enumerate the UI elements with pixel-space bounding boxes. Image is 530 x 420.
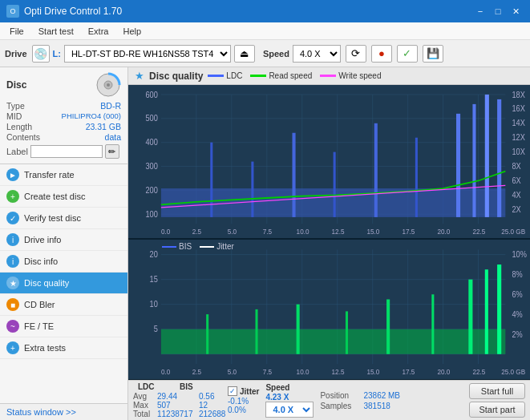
svg-text:0.0: 0.0 — [161, 228, 170, 236]
svg-rect-51 — [415, 138, 418, 217]
sidebar-item-verify-test-disc[interactable]: ✓ Verify test disc — [0, 208, 127, 229]
label-input[interactable] — [30, 145, 103, 158]
transfer-rate-label: Transfer rate — [24, 170, 75, 180]
sidebar-item-create-test-disc[interactable]: + Create test disc — [0, 186, 127, 208]
verify-test-label: Verify test disc — [24, 213, 81, 223]
sidebar-item-cd-bler[interactable]: ■ CD Bler — [0, 294, 127, 316]
svg-text:4%: 4% — [512, 309, 523, 319]
label-edit-button[interactable]: ✏ — [105, 144, 119, 159]
fe-te-icon: ~ — [6, 320, 19, 333]
extra-tests-label: Extra tests — [24, 343, 66, 353]
status-window-button[interactable]: Status window >> — [0, 403, 127, 420]
max-row: Max 507 12 — [133, 401, 225, 410]
svg-rect-49 — [334, 152, 336, 217]
position-label: Position — [320, 391, 360, 400]
sidebar-item-transfer-rate[interactable]: ► Transfer rate — [0, 164, 127, 186]
maximize-button[interactable]: □ — [490, 3, 506, 19]
svg-text:7.5: 7.5 — [263, 367, 272, 376]
speed-dropdown[interactable]: 4.0 X — [265, 402, 314, 418]
bis-chart: BIS Jitter — [128, 239, 530, 380]
titlebar-left: O Opti Drive Control 1.70 — [6, 5, 122, 18]
svg-text:12.5: 12.5 — [332, 228, 345, 236]
svg-rect-98 — [468, 280, 472, 354]
drive-info-icon: i — [6, 233, 19, 246]
length-value: 23.31 GB — [86, 122, 121, 131]
svg-text:22.5: 22.5 — [472, 367, 485, 376]
panel-title: Disc quality — [149, 71, 203, 82]
jitter-checkbox[interactable]: ✓ — [228, 386, 237, 396]
avg-jitter: -0.1% — [228, 397, 258, 406]
disc-info-label: Disc info — [24, 256, 58, 266]
svg-text:25.0 GB: 25.0 GB — [501, 367, 525, 376]
create-test-label: Create test disc — [24, 192, 85, 201]
menu-start-test[interactable]: Start test — [32, 22, 80, 39]
legend-read-speed: Read speed — [250, 71, 312, 80]
legend-ldc-color — [208, 75, 224, 77]
sidebar-item-disc-info[interactable]: i Disc info — [0, 251, 127, 273]
verify-button[interactable]: ✓ — [397, 45, 418, 63]
svg-text:10X: 10X — [512, 147, 526, 157]
disc-info-icon: i — [6, 255, 19, 268]
svg-text:20: 20 — [150, 250, 159, 260]
svg-text:400: 400 — [145, 138, 158, 147]
svg-text:0.0: 0.0 — [161, 367, 170, 376]
svg-text:2X: 2X — [512, 204, 522, 214]
bis-header: BIS — [175, 382, 207, 391]
stats-headers: LDC BIS — [133, 382, 225, 391]
menu-help[interactable]: Help — [116, 22, 148, 39]
avg-row: Avg 29.44 0.56 — [133, 392, 225, 401]
eject-button[interactable]: ⏏ — [234, 45, 255, 63]
svg-text:5.0: 5.0 — [228, 367, 237, 376]
menu-extra[interactable]: Extra — [82, 22, 115, 39]
create-test-icon: + — [6, 190, 19, 203]
svg-text:4X: 4X — [512, 190, 522, 200]
svg-text:6%: 6% — [512, 289, 523, 299]
stats-speed: Speed 4.23 X 4.0 X — [265, 383, 314, 418]
save-button[interactable]: 💾 — [423, 45, 443, 63]
svg-text:8X: 8X — [512, 161, 522, 171]
bis-legend: BIS — [162, 242, 192, 251]
panel-icon: ★ — [135, 70, 144, 82]
svg-text:10.0: 10.0 — [297, 228, 310, 236]
svg-text:100: 100 — [145, 209, 158, 219]
jitter-check-row: ✓ Jitter — [228, 386, 259, 396]
sidebar-item-fe-te[interactable]: ~ FE / TE — [0, 316, 127, 337]
refresh-button[interactable]: ⟳ — [346, 45, 366, 63]
total-label: Total — [133, 410, 156, 418]
drive-select[interactable]: HL-DT-ST BD-RE WH16NS58 TST4 — [64, 45, 231, 63]
drive-info-label: Drive info — [24, 235, 61, 244]
svg-rect-97 — [431, 294, 434, 353]
sidebar-item-disc-quality[interactable]: ★ Disc quality — [0, 273, 127, 294]
avg-jitter-row: -0.1% — [228, 397, 259, 406]
max-label: Max — [133, 401, 156, 410]
svg-text:12X: 12X — [512, 133, 526, 143]
panel-header: ★ Disc quality LDC Read speed Write spee… — [128, 67, 530, 85]
stats-ldc-bis: LDC BIS Avg 29.44 0.56 Max 507 12 Total … — [133, 382, 225, 418]
svg-text:5.0: 5.0 — [228, 228, 237, 236]
disc-quality-icon: ★ — [6, 277, 19, 289]
svg-rect-99 — [485, 269, 488, 354]
menu-file[interactable]: File — [3, 22, 30, 39]
sidebar-item-extra-tests[interactable]: + Extra tests — [0, 337, 127, 359]
svg-text:15: 15 — [150, 275, 159, 285]
svg-rect-46 — [210, 143, 212, 217]
sidebar-item-drive-info[interactable]: i Drive info — [0, 229, 127, 251]
drive-label: Drive — [5, 49, 27, 59]
drive-icon: 💿 — [32, 45, 50, 63]
close-button[interactable]: ✕ — [508, 3, 524, 19]
titlebar-controls: − □ ✕ — [472, 3, 524, 19]
length-label: Length — [6, 122, 32, 131]
start-full-button[interactable]: Start full — [469, 383, 525, 399]
extra-tests-icon: + — [6, 341, 19, 354]
fe-te-label: FE / TE — [24, 321, 54, 331]
legend-read-color — [250, 75, 266, 77]
svg-text:17.5: 17.5 — [402, 228, 415, 236]
speed-select[interactable]: 4.0 X — [293, 45, 341, 63]
legend-write-label: Write speed — [338, 71, 381, 80]
minimize-button[interactable]: − — [472, 3, 488, 19]
contents-label: Contents — [6, 132, 40, 142]
svg-rect-55 — [497, 99, 501, 217]
start-part-button[interactable]: Start part — [469, 402, 525, 418]
app-icon: O — [6, 5, 19, 18]
burn-button[interactable]: ● — [371, 45, 392, 63]
